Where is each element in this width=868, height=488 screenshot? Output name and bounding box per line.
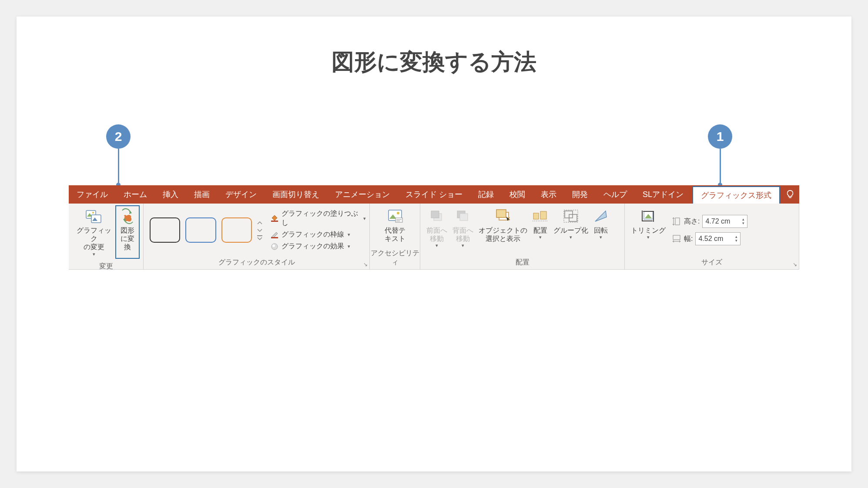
tab-review[interactable]: 校閲 <box>502 185 533 204</box>
change-graphic-icon <box>85 207 103 225</box>
selection-pane-icon <box>495 207 511 225</box>
convert-to-shape-button[interactable]: 図形 に変換 <box>115 205 140 259</box>
svg-point-7 <box>272 244 275 247</box>
svg-rect-24 <box>675 218 680 225</box>
rotate-button[interactable]: 回転 ▾ <box>591 205 611 255</box>
tab-view[interactable]: 表示 <box>533 185 564 204</box>
group-change: グラフィック の変更 ▾ 図形 に変換 変更 <box>69 204 144 269</box>
chevron-down-icon: ▾ <box>348 232 350 237</box>
group-size: トリミング ▾ 高さ: 4.72 cm ▴▾ <box>625 204 799 269</box>
style-preset-3[interactable] <box>221 217 252 243</box>
chevron-down-icon: ▾ <box>570 234 572 240</box>
page-title: 図形に変換する方法 <box>17 17 851 77</box>
rotate-icon <box>593 207 608 225</box>
outline-icon <box>270 231 279 239</box>
tab-file[interactable]: ファイル <box>69 185 116 204</box>
height-label: 高さ: <box>684 217 700 226</box>
svg-rect-4 <box>271 221 278 222</box>
chevron-down-icon: ▾ <box>647 234 650 240</box>
style-preset-1[interactable] <box>150 217 180 243</box>
height-icon <box>672 217 681 226</box>
tab-help[interactable]: ヘルプ <box>596 185 635 204</box>
svg-point-1 <box>92 212 94 214</box>
tab-insert[interactable]: 挿入 <box>155 185 186 204</box>
tab-home[interactable]: ホーム <box>116 185 155 204</box>
send-backward-button[interactable]: 背面へ 移動 ▾ <box>450 205 476 255</box>
dialog-launcher-icon[interactable]: ↘ <box>363 261 368 267</box>
chevron-down-icon: ▾ <box>348 244 350 249</box>
graphic-effects-button[interactable]: グラフィックの効果▾ <box>270 242 366 251</box>
chevron-down-icon: ▾ <box>93 251 95 257</box>
tab-developer[interactable]: 開発 <box>564 185 596 204</box>
ribbon: ファイル ホーム 挿入 描画 デザイン 画面切り替え アニメーション スライド … <box>69 185 799 270</box>
tab-record[interactable]: 記録 <box>470 185 502 204</box>
tab-animations[interactable]: アニメーション <box>327 185 398 204</box>
crop-button[interactable]: トリミング ▾ <box>628 205 668 255</box>
group-label-styles: グラフィックのスタイル ↘ <box>144 257 369 269</box>
graphic-fill-button[interactable]: グラフィックの塗りつぶし▾ <box>270 209 366 227</box>
alt-text-button[interactable]: 代替テ キスト <box>382 205 408 246</box>
svg-rect-12 <box>431 211 439 218</box>
align-button[interactable]: 配置 ▾ <box>530 205 551 255</box>
tab-transitions[interactable]: 画面切り替え <box>265 185 327 204</box>
group-arrange: 前面へ 移動 ▾ 背面へ 移動 ▾ オブジェクトの 選択と表示 配置 <box>420 204 625 269</box>
send-backward-icon <box>456 207 470 225</box>
tab-draw[interactable]: 描画 <box>186 185 218 204</box>
group-button[interactable]: グループ化 ▾ <box>551 205 591 255</box>
change-graphic-button[interactable]: グラフィック の変更 ▾ <box>72 205 115 259</box>
svg-rect-10 <box>395 218 402 222</box>
group-styles: グラフィックの塗りつぶし▾ グラフィックの枠線▾ グラフィックの効果▾ グラ <box>144 204 370 269</box>
tell-me-icon[interactable] <box>781 185 799 204</box>
svg-rect-18 <box>540 211 546 219</box>
width-input[interactable]: 4.52 cm ▴▾ <box>695 232 741 245</box>
slide: 図形に変換する方法 2 1 ファイル ホーム 挿入 描画 デザイン 画面切り替え… <box>17 17 851 471</box>
group-accessibility: 代替テ キスト アクセシビリティ <box>370 204 420 269</box>
effects-icon <box>270 243 279 251</box>
svg-rect-16 <box>496 210 506 217</box>
fill-icon <box>270 214 279 222</box>
tab-slideshow[interactable]: スライド ショー <box>398 185 470 204</box>
svg-point-9 <box>397 212 399 214</box>
chevron-down-icon: ▾ <box>600 234 602 240</box>
tab-design[interactable]: デザイン <box>218 185 265 204</box>
svg-rect-5 <box>271 237 278 238</box>
svg-rect-14 <box>460 214 468 221</box>
selection-pane-button[interactable]: オブジェクトの 選択と表示 <box>476 205 530 255</box>
convert-to-shape-icon <box>119 207 136 225</box>
group-label-size: サイズ ↘ <box>625 257 799 269</box>
graphic-outline-button[interactable]: グラフィックの枠線▾ <box>270 230 366 239</box>
group-icon <box>563 207 579 225</box>
spinner-icon[interactable]: ▴▾ <box>735 235 737 243</box>
chevron-down-icon: ▾ <box>436 243 438 248</box>
ribbon-tabs: ファイル ホーム 挿入 描画 デザイン 画面切り替え アニメーション スライド … <box>69 185 799 204</box>
callout-2: 2 <box>106 124 131 187</box>
style-gallery-scroll[interactable] <box>256 220 263 240</box>
group-label-change: 変更 <box>69 261 143 273</box>
chevron-down-icon: ▾ <box>539 234 542 240</box>
style-preset-2[interactable] <box>185 217 216 243</box>
width-icon <box>672 234 681 244</box>
crop-icon <box>640 207 656 225</box>
alt-text-icon <box>387 207 403 225</box>
callout-badge-2: 2 <box>106 124 131 149</box>
tab-sladdin[interactable]: SLアドイン <box>635 185 691 204</box>
dialog-launcher-icon[interactable]: ↘ <box>793 261 797 267</box>
svg-rect-25 <box>673 235 680 240</box>
chevron-down-icon: ▾ <box>363 216 366 221</box>
callout-1: 1 <box>708 124 732 187</box>
spinner-icon[interactable]: ▴▾ <box>742 217 744 225</box>
bring-forward-button[interactable]: 前面へ 移動 ▾ <box>424 205 450 255</box>
height-input[interactable]: 4.72 cm ▴▾ <box>702 215 747 228</box>
width-label: 幅: <box>684 234 693 244</box>
svg-rect-3 <box>257 235 262 236</box>
group-label-accessibility: アクセシビリティ <box>370 247 420 269</box>
bring-forward-icon <box>429 207 444 225</box>
chevron-down-icon: ▾ <box>462 243 464 248</box>
tab-graphics-format[interactable]: グラフィックス形式 <box>692 186 780 204</box>
align-icon <box>533 207 548 225</box>
callout-badge-1: 1 <box>708 124 732 149</box>
group-label-arrange: 配置 <box>420 257 624 269</box>
svg-rect-2 <box>91 215 101 223</box>
svg-rect-22 <box>564 210 578 222</box>
ribbon-commands: グラフィック の変更 ▾ 図形 に変換 変更 <box>69 204 799 270</box>
